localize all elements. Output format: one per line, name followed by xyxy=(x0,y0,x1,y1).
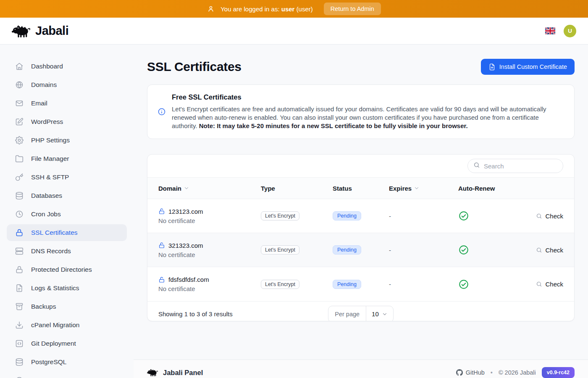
sidebar-item-ssl-certificates[interactable]: SSL Certificates xyxy=(7,224,127,241)
impersonation-message: You are logged in as: user (user) xyxy=(220,5,313,13)
domain-name: 123123.com xyxy=(168,208,203,215)
expires-value: - xyxy=(389,281,458,288)
domain-cell: 123123.com No certificate xyxy=(158,208,261,224)
info-card-title: Free SSL Certificates xyxy=(172,93,564,101)
unlock-icon xyxy=(158,242,165,249)
per-page-select[interactable]: Per page 10 xyxy=(328,306,394,322)
table-header-row: Domain Type Status Expires Auto-Renew xyxy=(147,177,574,199)
auto-renew-check-circle-icon[interactable] xyxy=(458,210,469,221)
language-flag-uk-icon[interactable] xyxy=(545,27,555,34)
table-row: fdsfsdfdsf.com No certificate Let's Encr… xyxy=(147,267,574,301)
sidebar-item-logs-statistics[interactable]: Logs & Statistics xyxy=(7,280,127,297)
home-icon xyxy=(15,62,24,71)
chevron-down-icon xyxy=(382,311,388,317)
sidebar-item-label: SSH & SFTP xyxy=(31,173,69,181)
user-avatar[interactable]: U xyxy=(564,25,576,37)
search-icon xyxy=(536,281,542,287)
sidebar-item-dns-records[interactable]: DNS Records xyxy=(7,243,127,260)
circle-icon xyxy=(15,376,24,378)
sidebar-item-label: PHP Settings xyxy=(31,136,70,144)
certificate-subtext: No certificate xyxy=(158,217,261,224)
sidebar-item-databases[interactable]: Databases xyxy=(7,187,127,204)
sidebar-nav: DashboardDomainsEmailWordPressPHP Settin… xyxy=(0,45,134,378)
sidebar-item-label: SSL Certificates xyxy=(31,229,78,236)
sidebar-item-backups[interactable]: Backups xyxy=(7,298,127,315)
check-button[interactable]: Check xyxy=(536,247,563,254)
auto-renew-check-circle-icon[interactable] xyxy=(458,244,469,255)
sidebar-item-label: Backups xyxy=(31,303,56,310)
file-plus-icon xyxy=(488,63,496,71)
server-icon xyxy=(15,247,24,255)
sidebar-item-label: Cron Jobs xyxy=(31,210,61,218)
sidebar-item-git-deployment[interactable]: Git Deployment xyxy=(7,335,127,352)
info-icon xyxy=(158,108,166,116)
sidebar-item-domains[interactable]: Domains xyxy=(7,76,127,93)
search-input[interactable] xyxy=(484,163,567,170)
type-badge: Let's Encrypt xyxy=(261,211,299,220)
person-icon xyxy=(207,5,215,13)
column-header-expires[interactable]: Expires xyxy=(389,185,458,192)
gear-icon xyxy=(15,136,24,144)
auto-renew-check-circle-icon[interactable] xyxy=(458,279,469,290)
sidebar-item-dashboard[interactable]: Dashboard xyxy=(7,58,127,75)
table-body: 123123.com No certificate Let's Encrypt … xyxy=(147,199,574,301)
sidebar-item-file-manager[interactable]: File Manager xyxy=(7,150,127,167)
status-badge: Pending xyxy=(333,211,361,220)
unlock-icon xyxy=(158,208,165,215)
sidebar-item-label: DNS Records xyxy=(31,247,71,255)
free-ssl-info-card: Free SSL Certificates Let's Encrypt cert… xyxy=(147,84,575,139)
impersonated-username: user xyxy=(281,5,295,13)
app-window: You are logged in as: user (user) Return… xyxy=(0,0,588,378)
per-page-label: Per page xyxy=(328,306,366,322)
table-row: 123123.com No certificate Let's Encrypt … xyxy=(147,199,574,233)
certificates-table-card: Domain Type Status Expires Auto-Renew xyxy=(147,154,575,321)
search-box[interactable] xyxy=(467,159,563,173)
download-icon xyxy=(15,321,24,329)
install-custom-certificate-button[interactable]: Install Custom Certificate xyxy=(481,59,575,75)
clock-icon xyxy=(15,210,24,218)
results-summary: Showing 1 to 3 of 3 results xyxy=(158,310,328,318)
code-square-icon xyxy=(15,339,24,348)
sidebar-item-php-settings[interactable]: PHP Settings xyxy=(7,132,127,149)
footer-copyright: © 2026 Jabali xyxy=(499,369,536,376)
sidebar-item-protected-directories[interactable]: Protected Directories xyxy=(7,261,127,278)
version-badge[interactable]: v0.9-rc42 xyxy=(542,367,575,378)
sidebar-item-label: PostgreSQL xyxy=(31,358,66,366)
pagination-row: Showing 1 to 3 of 3 results Per page 10 xyxy=(147,301,574,321)
lock-icon xyxy=(15,228,24,237)
check-label: Check xyxy=(545,281,563,288)
check-button[interactable]: Check xyxy=(536,213,563,220)
certificate-subtext: No certificate xyxy=(158,251,261,258)
github-link[interactable]: GitHub xyxy=(456,369,485,376)
footer-separator: • xyxy=(491,369,493,376)
sidebar-item-cpanel-migration[interactable]: cPanel Migration xyxy=(7,317,127,333)
sidebar-item-partial[interactable] xyxy=(7,372,127,378)
sidebar-item-cron-jobs[interactable]: Cron Jobs xyxy=(7,206,127,223)
key-icon xyxy=(15,173,24,181)
domain-cell: fdsfsdfdsf.com No certificate xyxy=(158,276,261,292)
check-button[interactable]: Check xyxy=(536,281,563,288)
search-icon xyxy=(536,213,542,219)
mail-icon xyxy=(15,99,24,108)
brand-logo[interactable]: Jabali xyxy=(12,24,68,38)
sidebar-item-ssh-sftp[interactable]: SSH & SFTP xyxy=(7,169,127,186)
sidebar-item-label: Domains xyxy=(31,81,57,89)
sidebar-item-label: Dashboard xyxy=(31,63,63,70)
lock-icon xyxy=(15,265,24,274)
boar-logo-icon xyxy=(12,24,31,38)
sidebar-item-postgresql[interactable]: PostgreSQL xyxy=(7,354,127,370)
impersonation-bar: You are logged in as: user (user) Return… xyxy=(0,0,588,18)
archive-icon xyxy=(15,302,24,311)
column-header-domain[interactable]: Domain xyxy=(158,185,261,192)
edit-icon xyxy=(15,118,24,126)
sidebar-item-email[interactable]: Email xyxy=(7,95,127,112)
sidebar-item-label: cPanel Migration xyxy=(31,321,79,329)
sidebar-item-label: Git Deployment xyxy=(31,340,76,347)
info-card-body: Let's Encrypt certificates are free and … xyxy=(172,105,564,130)
chevron-down-icon xyxy=(414,185,420,191)
return-to-admin-button[interactable]: Return to Admin xyxy=(324,3,381,15)
certificate-subtext: No certificate xyxy=(158,285,261,292)
check-label: Check xyxy=(545,213,563,220)
sidebar-item-label: File Manager xyxy=(31,155,69,163)
sidebar-item-wordpress[interactable]: WordPress xyxy=(7,113,127,130)
